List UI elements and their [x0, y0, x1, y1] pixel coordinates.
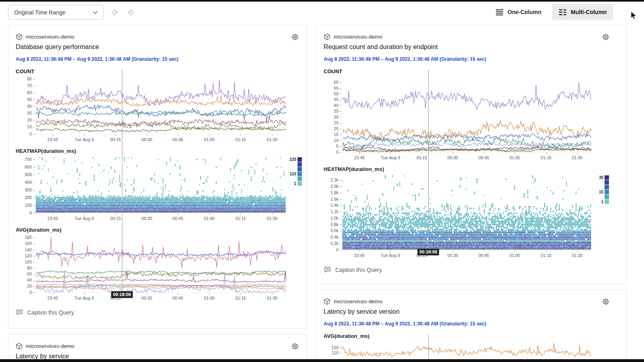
- time-range-link[interactable]: Aug 8 2022, 11:36:48 PM – Aug 9 2022, 1:…: [16, 56, 178, 62]
- count-chart-canvas[interactable]: [16, 76, 293, 144]
- crosshair-line: [122, 70, 122, 293]
- multi-column-label: Multi-Column: [571, 9, 607, 15]
- heatmap-canvas[interactable]: [324, 174, 610, 259]
- dataset-name: microservices-demo: [334, 298, 382, 304]
- one-column-icon: [495, 9, 504, 16]
- time-range-dropdown[interactable]: Original Time Range: [8, 5, 104, 20]
- chart-metric-label: AVG(duration_ms): [324, 333, 619, 340]
- crosshair-line: [428, 334, 429, 362]
- dataset-row: microservices-demo: [16, 342, 299, 350]
- dataset-row: microservices-demo: [16, 33, 299, 41]
- chart-metric-label: AVG(duration_ms): [16, 226, 299, 234]
- step-back-button[interactable]: [109, 8, 119, 17]
- crosshair-tooltip: 00:18:08: [417, 249, 439, 255]
- caption-this-query-button[interactable]: Caption this Query: [324, 266, 382, 274]
- chevron-down-icon: [93, 11, 98, 14]
- time-range-link[interactable]: Aug 8 2022, 11:36:48 PM – Aug 9 2022, 1:…: [324, 56, 486, 62]
- speech-bubble-icon: [324, 266, 331, 274]
- chart-metric-label: COUNT: [16, 68, 299, 75]
- dataset-row: microservices-demo: [324, 297, 619, 305]
- query-panel-request-count-duration: microservices-demo Request count and dur…: [316, 25, 627, 284]
- dataset-cube-icon: [324, 298, 330, 305]
- multi-column-button[interactable]: Multi-Column: [552, 4, 613, 20]
- caption-label: Caption this Query: [335, 267, 382, 273]
- query-title: Latency by service version: [324, 308, 619, 316]
- query-title: Request count and duration by endpoint: [324, 43, 619, 51]
- query-panel-database-query-performance: microservices-demo Database query perfor…: [8, 25, 307, 329]
- dataset-cube-icon: [16, 33, 23, 40]
- chart-metric-label: COUNT: [324, 68, 619, 75]
- avg-chart-canvas[interactable]: [16, 234, 293, 302]
- caption-this-query-button[interactable]: Caption this Query: [16, 309, 74, 316]
- query-panel-latency-by-service: microservices-demo Latency by service: [8, 334, 307, 362]
- multi-column-icon: [559, 9, 567, 16]
- count-chart-canvas[interactable]: [324, 76, 599, 162]
- app-window: Original Time Range One-Column Multi-Col…: [0, 0, 644, 362]
- chart-metric-label: HEATMAP(duration_ms): [16, 148, 299, 155]
- bottom-black-bar: [0, 359, 644, 362]
- time-range-link[interactable]: Aug 8 2022, 11:36:48 PM – Aug 9 2022, 1:…: [324, 321, 486, 327]
- settings-gear-icon[interactable]: [291, 33, 299, 41]
- settings-gear-icon[interactable]: [601, 33, 610, 41]
- dataset-name: microservices-demo: [26, 34, 74, 40]
- one-column-button[interactable]: One-Column: [489, 4, 548, 20]
- dataset-name: microservices-demo: [26, 343, 74, 349]
- time-range-dropdown-value: Original Time Range: [14, 9, 66, 16]
- mouse-cursor: [631, 11, 637, 20]
- crosshair-line: [428, 70, 429, 251]
- caption-label: Caption this Query: [27, 309, 74, 316]
- dataset-cube-icon: [324, 33, 330, 40]
- top-black-bar: [0, 0, 644, 2]
- dataset-cube-icon: [16, 343, 23, 350]
- settings-gear-icon[interactable]: [601, 297, 610, 306]
- step-forward-button[interactable]: [126, 8, 136, 17]
- chart-metric-label: HEATMAP(duration_ms): [324, 166, 619, 173]
- crosshair-tooltip: 00:18:08: [111, 291, 133, 298]
- avg-chart-canvas[interactable]: [324, 341, 599, 359]
- query-title: Database query performance: [16, 43, 299, 51]
- speech-bubble-icon: [16, 309, 23, 316]
- settings-gear-icon[interactable]: [291, 342, 299, 351]
- one-column-label: One-Column: [508, 9, 541, 15]
- query-panel-latency-by-service-version: microservices-demo Latency by service ve…: [316, 290, 627, 362]
- dataset-row: microservices-demo: [324, 33, 619, 41]
- dataset-name: microservices-demo: [334, 34, 382, 40]
- heatmap-canvas[interactable]: [16, 156, 307, 222]
